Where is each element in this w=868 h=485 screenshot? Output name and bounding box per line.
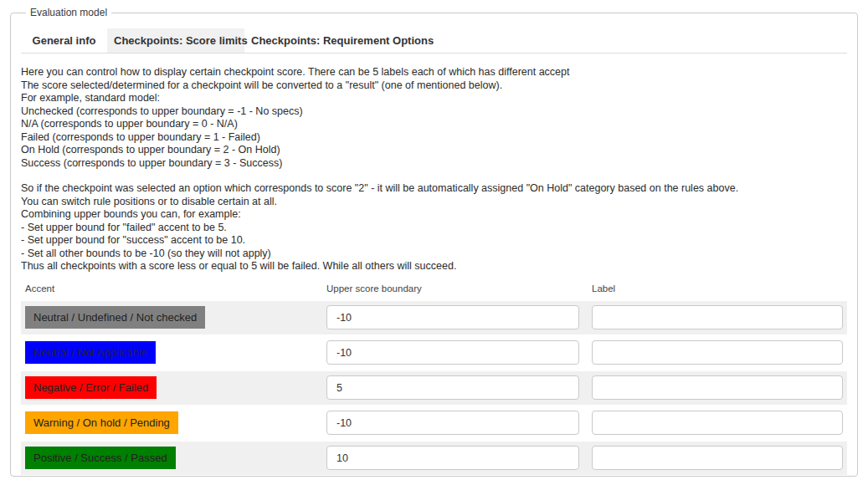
accent-cell: Positive / Success / Passed [25, 447, 326, 469]
upper-boundary-input[interactable] [326, 411, 579, 435]
rule-row-warning-on-hold: Warning / On hold / Pending [21, 406, 847, 440]
rule-row-neutral-undefined: Neutral / Undefined / Not checked [21, 301, 847, 334]
tab-general-info[interactable]: General info [21, 28, 107, 53]
description: Here you can control how to display cert… [21, 66, 847, 273]
accent-badge: Neutral / Not Applicable [25, 341, 156, 364]
label-input[interactable] [592, 305, 843, 329]
accent-badge: Positive / Success / Passed [25, 447, 176, 469]
description-line: Combining upper bounds you can, for exam… [21, 208, 847, 222]
description-line: On Hold (corresponds to upper boundary =… [21, 144, 847, 157]
description-line: - Set all other bounds to be -10 (so the… [21, 248, 847, 261]
label-input[interactable] [592, 411, 843, 435]
accent-cell: Negative / Error / Failed [25, 376, 326, 399]
accent-cell: Warning / On hold / Pending [25, 411, 326, 434]
upper-boundary-input[interactable] [326, 446, 579, 470]
description-line: - Set upper bound for "failed" accent to… [21, 222, 847, 235]
description-line: You can switch rule positions or to disa… [21, 196, 847, 209]
description-line: Unchecked (corresponds to upper boundary… [21, 105, 847, 119]
description-line: So if the checkpoint was selected an opt… [21, 182, 847, 196]
upper-boundary-input[interactable] [326, 340, 579, 365]
description-line: For example, standard model: [21, 92, 847, 105]
description-line: Success (corresponds to upper boundary =… [21, 157, 847, 171]
upper-boundary-input[interactable] [326, 375, 579, 400]
description-line: Thus all checkpoints with a score less o… [21, 260, 847, 273]
accent-badge: Negative / Error / Failed [25, 376, 157, 399]
column-header-upper-score-boundary: Upper score boundary [326, 283, 579, 294]
label-input[interactable] [592, 340, 843, 365]
accent-badge: Neutral / Undefined / Not checked [25, 306, 205, 329]
rule-row-negative-error-failed: Negative / Error / Failed [21, 371, 847, 405]
panel-legend: Evaluation model [26, 7, 111, 18]
accent-cell: Neutral / Undefined / Not checked [25, 306, 326, 329]
description-line: Failed (corresponds to upper boundary = … [21, 131, 847, 145]
description-intro: Here you can control how to display cert… [21, 66, 847, 170]
rule-row-neutral-not-applicable: Neutral / Not Applicable [21, 336, 847, 370]
column-header-label: Label [592, 283, 843, 294]
description-line: The score selected/determined for a chec… [21, 79, 847, 93]
evaluation-model-panel: Evaluation model General info Checkpoint… [10, 7, 858, 477]
accent-cell: Neutral / Not Applicable [25, 341, 326, 364]
tab-checkpoints-score-limits[interactable]: Checkpoints: Score limits [107, 28, 244, 53]
label-input[interactable] [592, 375, 843, 400]
label-input[interactable] [592, 446, 843, 470]
description-line: Here you can control how to display cert… [21, 66, 847, 79]
tab-bar: General info Checkpoints: Score limits C… [21, 28, 847, 54]
description-details: So if the checkpoint was selected an opt… [21, 182, 847, 273]
column-header-accent: Accent [21, 283, 326, 294]
rule-row-positive-success: Positive / Success / Passed [21, 442, 847, 475]
accent-badge: Warning / On hold / Pending [25, 411, 178, 434]
description-line: - Set upper bound for "success" accent t… [21, 234, 847, 248]
tab-checkpoints-requirement-options[interactable]: Checkpoints: Requirement Options [244, 28, 410, 53]
upper-boundary-input[interactable] [326, 305, 579, 329]
description-line: N/A (corresponds to upper boundary = 0 -… [21, 118, 847, 131]
rules-table-header: Accent Upper score boundary Label [21, 283, 847, 294]
